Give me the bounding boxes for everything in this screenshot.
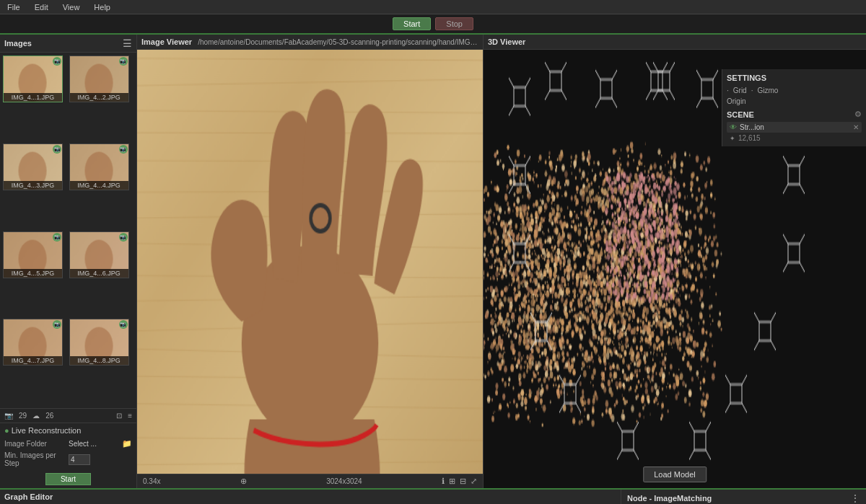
- bottom-area: Graph Editor CameraInit •sen...ase: [0, 488, 866, 504]
- image-thumb-4[interactable]: IMG_4...5.JPG📷: [3, 231, 63, 278]
- iv-dimensions: 3024x3024: [326, 477, 362, 485]
- scene-title: SCENE: [727, 110, 754, 119]
- grid-link[interactable]: Grid: [733, 87, 747, 94]
- menu-file[interactable]: File: [4, 3, 23, 12]
- menu-view[interactable]: View: [60, 3, 83, 12]
- iv-title: Image Viewer: [141, 37, 192, 46]
- image-thumb-0[interactable]: IMG_4...1.JPG📷: [3, 56, 63, 102]
- thumb-label-2: IMG_4...3.JPG: [4, 181, 62, 190]
- image-thumb-3[interactable]: IMG_4...4.JPG📷: [69, 143, 129, 190]
- images-footer: 📷 29 ☁ 26 ⊡ ≡: [0, 408, 136, 423]
- menu-help[interactable]: Help: [91, 3, 113, 12]
- iv-view-icon[interactable]: ⊟: [460, 477, 466, 486]
- image-thumb-5[interactable]: IMG_4...6.JPG📷: [69, 231, 129, 278]
- np-title: Node - ImageMatching: [627, 494, 712, 503]
- thumb-label-3: IMG_4...4.JPG: [70, 181, 128, 190]
- iv-expand-icon[interactable]: ⤢: [471, 477, 477, 486]
- np-header: Node - ImageMatching ⋮: [621, 490, 866, 504]
- min-images-input[interactable]: [69, 454, 90, 465]
- thumb-icons-1: 📷: [119, 57, 128, 66]
- ge-title: Graph Editor: [4, 492, 53, 501]
- iv-zoom: 0.34x: [143, 477, 160, 485]
- image-grid: IMG_4...1.JPG📷IMG_4...2.JPG📷IMG_4...3.JP…: [0, 53, 136, 408]
- thumb-camera-icon: 📷: [53, 57, 61, 66]
- thumb-icons-4: 📷: [53, 233, 61, 242]
- thumb-label-0: IMG_4...1.JPG: [4, 93, 62, 102]
- camera-count: 29: [19, 412, 27, 420]
- scene-item-name: Str...ion: [740, 123, 850, 131]
- thumb-label-5: IMG_4...6.JPG: [70, 269, 128, 278]
- live-reconstruction: ● Live Reconstruction Image Folder Selec…: [0, 423, 136, 488]
- thumb-camera-icon: 📷: [119, 233, 128, 242]
- iv-info-icon[interactable]: ℹ: [442, 477, 445, 486]
- live-recon-start-button[interactable]: Start: [45, 473, 91, 485]
- thumb-icons-5: 📷: [119, 233, 128, 242]
- thumb-icons-7: 📷: [119, 320, 128, 329]
- point-count: 26: [45, 412, 53, 420]
- thumb-icons-6: 📷: [53, 320, 61, 329]
- thumb-camera-icon: 📷: [53, 233, 61, 242]
- iv-header: Image Viewer /home/antoine/Documents/Fab…: [137, 35, 483, 50]
- image-thumb-7[interactable]: IMG_4...8.JPG📷: [69, 319, 129, 366]
- iv-path: /home/antoine/Documents/FabAcademy/05-3D…: [198, 38, 478, 46]
- menubar: File Edit View Help: [0, 0, 866, 14]
- right-panel: 3D Viewer Load Model SETTINGS · Grid · G…: [484, 35, 866, 488]
- thumb-label-4: IMG_4...5.JPG: [4, 269, 62, 278]
- np-menu-icon[interactable]: ⋮: [850, 492, 860, 504]
- settings-dot: ·: [727, 87, 729, 94]
- node-properties: Node - ImageMatching ⋮ Input .6cf89dc5af…: [621, 490, 866, 504]
- image-folder-value: Select ...: [69, 440, 119, 448]
- start-button[interactable]: Start: [393, 17, 431, 30]
- thumb-icons-2: 📷: [53, 145, 61, 154]
- graph-editor: Graph Editor CameraInit •sen...ase: [0, 490, 621, 504]
- viewer3d-title: 3D Viewer: [488, 37, 525, 46]
- settings-title: SETTINGS: [727, 74, 862, 82]
- settings-panel: SETTINGS · Grid · Gizmo Origin SCENE ⚙ 👁…: [722, 69, 866, 146]
- thumb-label-6: IMG_4...7.JPG: [4, 356, 62, 365]
- images-menu-button[interactable]: ☰: [123, 37, 132, 49]
- thumb-icons-0: 📷: [53, 57, 61, 66]
- ge-header: Graph Editor: [0, 490, 621, 504]
- image-thumb-1[interactable]: IMG_4...2.JPG📷: [69, 56, 129, 102]
- image-viewer: Image Viewer /home/antoine/Documents/Fab…: [137, 35, 484, 488]
- left-panel: Images ☰ IMG_4...1.JPG📷IMG_4...2.JPG📷IMG…: [0, 35, 137, 488]
- thumb-camera-icon: 📷: [119, 320, 128, 329]
- image-thumb-2[interactable]: IMG_4...3.JPG📷: [3, 143, 63, 190]
- toolbar: Start Stop: [0, 14, 866, 35]
- images-header: Images ☰: [0, 35, 136, 53]
- viewer3d-header: 3D Viewer: [484, 35, 866, 50]
- iv-grid-icon[interactable]: ⊞: [449, 477, 455, 486]
- images-title: Images: [4, 39, 32, 48]
- scene-gear-icon[interactable]: ⚙: [854, 110, 862, 119]
- zoom-icon[interactable]: ⊕: [240, 477, 247, 486]
- gizmo-link[interactable]: Gizmo: [757, 87, 778, 94]
- stop-button[interactable]: Stop: [435, 17, 473, 30]
- thumb-icons-3: 📷: [119, 145, 128, 154]
- load-model-button[interactable]: Load Model: [643, 467, 707, 482]
- min-images-label: Min. Images per Step: [4, 451, 66, 467]
- image-thumb-6[interactable]: IMG_4...7.JPG📷: [3, 319, 63, 366]
- iv-canvas[interactable]: [137, 50, 483, 474]
- viewer3d-footer: Load Model: [643, 467, 707, 482]
- image-folder-label: Image Folder: [4, 440, 66, 448]
- thumb-label-7: IMG_4...8.JPG: [70, 356, 128, 365]
- origin-link[interactable]: Origin: [727, 97, 746, 105]
- scene-count: 12,615: [738, 134, 761, 142]
- thumb-camera-icon: 📷: [53, 145, 61, 154]
- thumb-camera-icon: 📷: [53, 320, 61, 329]
- thumb-camera-icon: 📷: [119, 57, 128, 66]
- scene-close-icon[interactable]: ✕: [853, 123, 859, 131]
- folder-icon[interactable]: 📁: [122, 439, 132, 448]
- live-recon-title: ● Live Reconstruction: [4, 426, 132, 435]
- thumb-camera-icon: 📷: [119, 145, 128, 154]
- main-area: Images ☰ IMG_4...1.JPG📷IMG_4...2.JPG📷IMG…: [0, 35, 866, 488]
- scene-eye-icon[interactable]: 👁: [730, 123, 737, 131]
- thumb-label-1: IMG_4...2.JPG: [70, 93, 128, 102]
- menu-edit[interactable]: Edit: [32, 3, 51, 12]
- iv-footer: 0.34x ⊕ 3024x3024 ℹ ⊞ ⊟ ⤢: [137, 474, 483, 488]
